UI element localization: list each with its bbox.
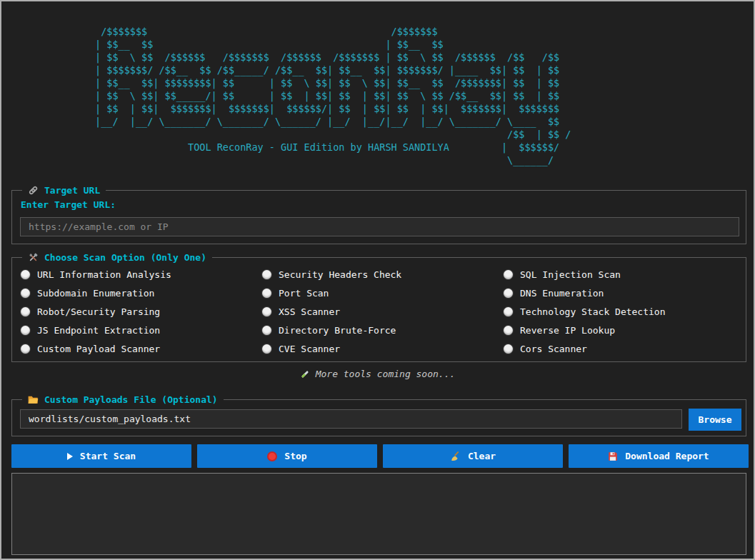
scan-option-cve-scanner[interactable]: CVE Scanner: [262, 339, 504, 358]
stop-button[interactable]: Stop: [197, 444, 377, 468]
hammer-wrench-icon: [28, 252, 39, 263]
stop-record-icon: [267, 451, 277, 461]
start-scan-button[interactable]: Start Scan: [11, 444, 191, 468]
scan-option-sql-injection-scan[interactable]: SQL Injection Scan: [504, 265, 666, 284]
scan-option-directory-brute-force[interactable]: Directory Brute-Force: [262, 321, 504, 339]
stop-label: Stop: [284, 451, 306, 461]
radio-unselected-icon: [21, 307, 30, 316]
scan-options-grid: URL Information Analysis Subdomain Enume…: [21, 265, 740, 358]
radio-unselected-icon: [262, 289, 271, 298]
radio-unselected-icon: [262, 307, 271, 316]
scan-options-title-text: Choose Scan Option (Only One): [44, 251, 206, 264]
radio-unselected-icon: [504, 270, 513, 279]
clear-button[interactable]: Clear: [383, 444, 563, 468]
custom-payloads-section: Custom Payloads File (Optional) Browse: [11, 399, 746, 436]
reconray-window: /$$$$$$$ /$$$$$$$ | $$__ $$ | $$__ $$ | …: [0, 0, 755, 560]
scan-option-subdomain-enumeration[interactable]: Subdomain Enumeration: [21, 284, 262, 302]
radio-unselected-icon: [21, 270, 30, 279]
ascii-art-banner: /$$$$$$$ /$$$$$$$ | $$__ $$ | $$__ $$ | …: [95, 25, 571, 166]
download-report-label: Download Report: [625, 451, 709, 461]
download-report-button[interactable]: Download Report: [569, 444, 749, 468]
target-url-section: Target URL Enter Target URL:: [11, 190, 746, 244]
test-tube-icon: [300, 369, 310, 379]
open-folder-icon: [28, 395, 39, 404]
radio-unselected-icon: [262, 326, 271, 335]
coming-soon-note: More tools coming soon...: [1, 369, 754, 379]
target-url-section-title: Target URL: [22, 184, 106, 197]
scan-option-dns-enumeration[interactable]: DNS Enumeration: [504, 284, 666, 302]
enter-target-url-label: Enter Target URL:: [21, 199, 116, 210]
radio-unselected-icon: [262, 344, 271, 354]
clear-label: Clear: [468, 451, 496, 461]
scan-output-area[interactable]: [11, 473, 746, 555]
play-icon: [67, 453, 73, 460]
radio-unselected-icon: [504, 344, 513, 354]
scan-option-robot-security-parsing[interactable]: Robot/Security Parsing: [21, 302, 262, 321]
custom-payloads-title-text: Custom Payloads File (Optional): [44, 393, 218, 406]
radio-unselected-icon: [21, 326, 30, 335]
scan-option-reverse-ip-lookup[interactable]: Reverse IP Lookup: [504, 321, 666, 339]
scan-option-technology-stack-detection[interactable]: Technology Stack Detection: [504, 302, 666, 321]
scan-option-port-scan[interactable]: Port Scan: [262, 284, 504, 302]
start-scan-label: Start Scan: [80, 451, 136, 461]
radio-unselected-icon: [504, 326, 513, 335]
coming-soon-text: More tools coming soon...: [316, 369, 456, 379]
floppy-disk-icon: [608, 451, 618, 461]
scan-options-column-1: URL Information Analysis Subdomain Enume…: [21, 265, 262, 358]
radio-unselected-icon: [262, 270, 271, 279]
custom-payloads-section-title: Custom Payloads File (Optional): [22, 393, 224, 406]
radio-unselected-icon: [21, 344, 30, 354]
scan-option-cors-scanner[interactable]: Cors Scanner: [504, 339, 666, 358]
broom-icon: [450, 451, 461, 461]
radio-unselected-icon: [504, 289, 513, 298]
link-icon: [28, 185, 39, 196]
scan-option-security-headers-check[interactable]: Security Headers Check: [262, 265, 504, 284]
scan-options-section-title: Choose Scan Option (Only One): [22, 251, 212, 264]
scan-options-column-2: Security Headers Check Port Scan XSS Sca…: [262, 265, 504, 358]
scan-option-custom-payload-scanner[interactable]: Custom Payload Scanner: [21, 339, 262, 358]
radio-unselected-icon: [21, 289, 30, 298]
target-url-title-text: Target URL: [44, 184, 100, 197]
scan-options-section: Choose Scan Option (Only One) URL Inform…: [11, 257, 746, 362]
scan-option-js-endpoint-extraction[interactable]: JS Endpoint Extraction: [21, 321, 262, 339]
radio-unselected-icon: [504, 307, 513, 316]
scan-options-column-3: SQL Injection Scan DNS Enumeration Techn…: [504, 265, 666, 358]
payload-file-input[interactable]: [20, 409, 682, 429]
scan-option-xss-scanner[interactable]: XSS Scanner: [262, 302, 504, 321]
scan-option-url-information-analysis[interactable]: URL Information Analysis: [21, 265, 262, 284]
target-url-input[interactable]: [20, 217, 739, 236]
browse-button[interactable]: Browse: [689, 409, 741, 431]
